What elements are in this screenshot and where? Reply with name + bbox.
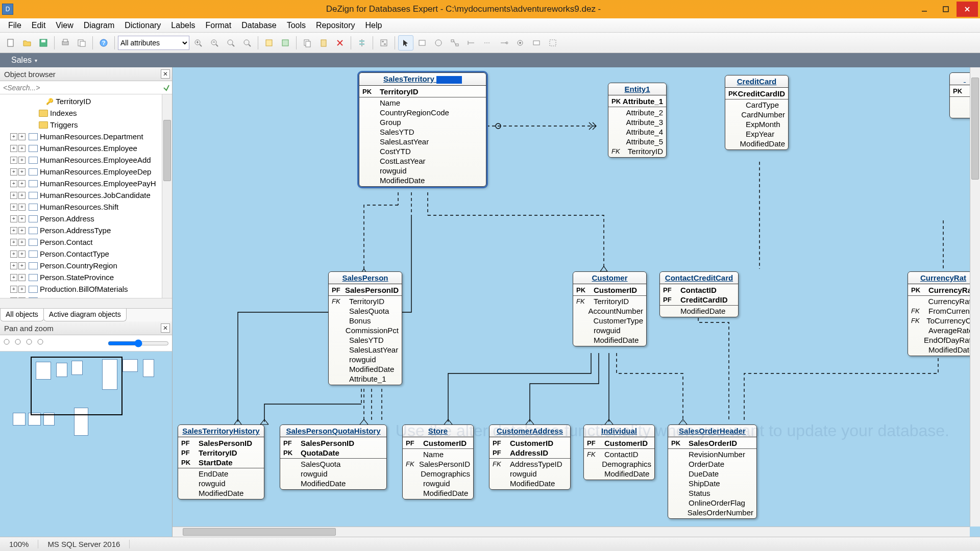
search-input[interactable] <box>0 84 161 92</box>
object-tree[interactable]: 🔑 TerritoryID Indexes Triggers ++HumanRe… <box>0 94 172 298</box>
expand-icon[interactable]: + <box>18 227 26 234</box>
pz-zoomout[interactable] <box>14 338 22 348</box>
validate-button[interactable] <box>278 35 293 51</box>
expand-icon[interactable]: + <box>10 251 17 258</box>
expand-icon[interactable]: + <box>18 204 26 211</box>
relation-tool-3[interactable] <box>480 35 495 51</box>
search-go-icon[interactable] <box>161 82 172 94</box>
relation-tool-1[interactable] <box>447 35 462 51</box>
expand-icon[interactable]: + <box>18 180 26 187</box>
tree-item[interactable]: ++HumanResources.EmployeePayH <box>0 178 172 189</box>
tab-all-objects[interactable]: All objects <box>0 309 44 321</box>
tree-item[interactable]: ++Person.AddressType <box>0 224 172 236</box>
expand-icon[interactable]: + <box>10 145 17 152</box>
expand-icon[interactable]: + <box>18 133 26 140</box>
maximize-button[interactable] <box>935 2 957 17</box>
entity-salesterritory[interactable]: SalesTerritory PKTerritoryIDNameCountryR… <box>359 72 486 187</box>
tree-item-territoryid[interactable]: 🔑 TerritoryID <box>0 95 172 107</box>
print-button[interactable] <box>58 35 73 51</box>
entity-salesterritoryhistory[interactable]: SalesTerritoryHistoryPFSalesPersonIDPFTe… <box>178 424 264 499</box>
entity-individual[interactable]: IndividualPFCustomerIDFKContactIDDemogra… <box>583 424 655 480</box>
menu-diagram[interactable]: Diagram <box>79 19 119 32</box>
expand-icon[interactable]: + <box>18 239 26 246</box>
object-browser-close-icon[interactable]: ✕ <box>161 69 170 79</box>
expand-icon[interactable]: + <box>10 157 17 164</box>
entity-customer[interactable]: CustomerPKCustomerIDFKTerritoryIDAccount… <box>573 271 647 346</box>
expand-icon[interactable]: + <box>10 239 17 246</box>
tree-item[interactable]: ++Person.Contact <box>0 236 172 248</box>
tree-vscroll[interactable] <box>162 94 172 298</box>
label-tool[interactable] <box>529 35 544 51</box>
expand-icon[interactable]: + <box>10 192 17 199</box>
menu-dictionary[interactable]: Dictionary <box>119 19 166 32</box>
canvas-vscroll[interactable] <box>970 67 980 527</box>
minimize-button[interactable] <box>914 2 935 17</box>
menu-help[interactable]: Help <box>360 19 387 32</box>
panzoom-close-icon[interactable]: ✕ <box>161 323 170 333</box>
zoom-in-button[interactable]: + <box>190 35 206 51</box>
tree-hscroll[interactable] <box>0 298 172 308</box>
tree-item[interactable]: ++HumanResources.Shift <box>0 201 172 213</box>
new-button[interactable] <box>3 35 18 51</box>
subdiagram-button[interactable] <box>376 35 391 51</box>
expand-icon[interactable]: + <box>18 215 26 222</box>
tree-item[interactable]: ++Person.CountryRegion <box>0 260 172 271</box>
expand-icon[interactable]: + <box>18 251 26 258</box>
pz-slider[interactable] <box>108 339 169 347</box>
diagram-canvas[interactable]: SalesTerritory PKTerritoryIDNameCountryR… <box>173 67 980 537</box>
pz-100[interactable] <box>37 338 45 348</box>
panzoom-minimap[interactable] <box>0 352 172 537</box>
expand-icon[interactable]: + <box>18 286 26 293</box>
expand-icon[interactable]: + <box>18 145 26 152</box>
expand-icon[interactable]: + <box>10 133 17 140</box>
entity-store[interactable]: StorePFCustomerIDNameFKSalesPersonIDDemo… <box>402 424 474 499</box>
expand-icon[interactable]: + <box>18 274 26 281</box>
menu-database[interactable]: Database <box>236 19 282 32</box>
entity-salesperson[interactable]: SalesPersonPFSalesPersonIDFKTerritoryIDS… <box>328 271 402 385</box>
menu-labels[interactable]: Labels <box>166 19 200 32</box>
entity-salespersonquotahistory[interactable]: SalesPersonQuotaHistoryPFSalesPersonIDPK… <box>280 424 387 490</box>
attribute-filter-select[interactable]: All attributes <box>118 36 189 50</box>
tree-item[interactable]: ++HumanResources.EmployeeDep <box>0 166 172 178</box>
tab-active-diagram[interactable]: Active diagram objects <box>43 309 127 321</box>
expand-icon[interactable]: + <box>10 227 17 234</box>
tree-item[interactable]: ++HumanResources.JobCandidate <box>0 189 172 201</box>
tree-item[interactable]: ++Person.ContactType <box>0 248 172 260</box>
print-preview-button[interactable] <box>74 35 89 51</box>
diagram-tab-sales[interactable]: Sales▾ <box>6 55 42 66</box>
tree-item[interactable]: ++HumanResources.Employee <box>0 142 172 154</box>
expand-icon[interactable]: + <box>18 157 26 164</box>
expand-icon[interactable]: + <box>10 286 17 293</box>
menu-view[interactable]: View <box>51 19 78 32</box>
menu-repository[interactable]: Repository <box>311 19 360 32</box>
paste-button[interactable] <box>316 35 331 51</box>
help-button[interactable]: ? <box>96 35 111 51</box>
expand-icon[interactable]: + <box>10 204 17 211</box>
pointer-tool[interactable] <box>398 35 413 51</box>
expand-icon[interactable]: + <box>10 180 17 187</box>
delete-button[interactable] <box>332 35 348 51</box>
expand-icon[interactable]: + <box>18 192 26 199</box>
save-button[interactable] <box>36 35 51 51</box>
pz-zoomin[interactable] <box>3 338 11 348</box>
tree-item-triggers[interactable]: Triggers <box>0 119 172 131</box>
tree-item[interactable]: ++Person.StateProvince <box>0 271 172 283</box>
entity-tool[interactable] <box>414 35 430 51</box>
tree-item[interactable]: ++Production.BillOfMaterials <box>0 283 172 295</box>
relation-tool-2[interactable] <box>463 35 479 51</box>
menu-edit[interactable]: Edit <box>27 19 51 32</box>
entity-contactcreditcard[interactable]: ContactCreditCardPFContactIDPFCreditCard… <box>659 271 739 317</box>
expand-icon[interactable]: + <box>10 168 17 176</box>
relation-tool-4[interactable] <box>496 35 511 51</box>
zoom-fit-button[interactable] <box>223 35 238 51</box>
zoom-100-button[interactable] <box>239 35 255 51</box>
zoom-out-button[interactable]: − <box>207 35 222 51</box>
tree-item[interactable]: ++Person.Address <box>0 213 172 224</box>
tree-item[interactable]: ++HumanResources.Department <box>0 131 172 142</box>
tree-item-indexes[interactable]: Indexes <box>0 107 172 119</box>
menu-tools[interactable]: Tools <box>282 19 311 32</box>
entity-creditcard[interactable]: CreditCardPKCreditCardIDCardTypeCardNumb… <box>725 75 789 150</box>
entity-salesorderheader[interactable]: SalesOrderHeaderPKSalesOrderIDRevisionNu… <box>668 424 757 519</box>
expand-icon[interactable]: + <box>18 168 26 176</box>
entity-customeraddress[interactable]: CustomerAddressPFCustomerIDPFAddressIDFK… <box>489 424 571 490</box>
